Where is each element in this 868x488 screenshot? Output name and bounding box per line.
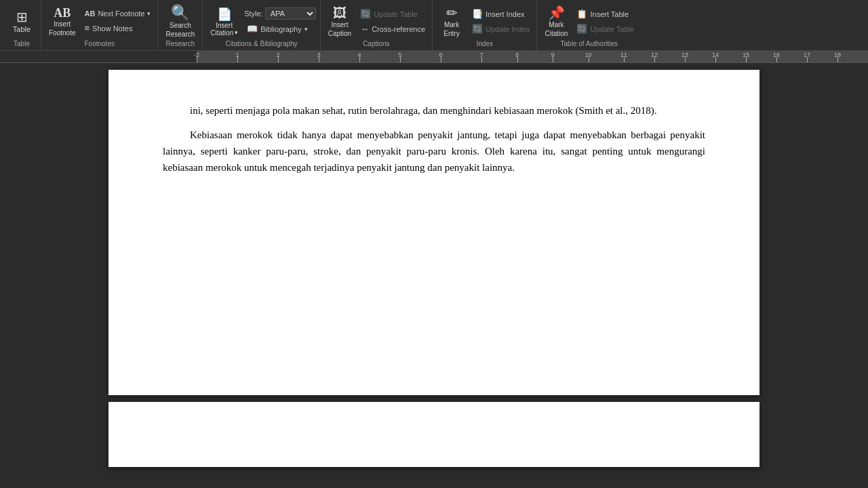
insert-citation-label2: Citation <box>210 29 233 37</box>
bibliography-icon: 📖 <box>247 24 258 34</box>
ruler-number: 18 <box>834 52 841 58</box>
ruler-number: -2 <box>194 52 199 58</box>
cross-reference-label: Cross-reference <box>372 25 425 33</box>
insert-index-button[interactable]: 📑 Insert Index <box>469 7 532 20</box>
table-button[interactable]: ⊞ Table <box>7 8 37 35</box>
ribbon-group-index: ✏ Mark Entry 📑 Insert Index 🔄 Update Ind… <box>433 0 537 50</box>
table-group-content: ⊞ Table <box>7 3 37 40</box>
mark-entry-label2: Entry <box>443 30 459 37</box>
insert-toa-icon: 📋 <box>576 9 587 19</box>
next-footnote-label: Next Footnote <box>98 9 144 18</box>
ribbon-group-citations: 📄 Insert Citation ▾ Style: APA MLA Chica… <box>203 0 320 50</box>
search-label1: Search <box>170 22 191 29</box>
update-table-figures-icon: 🔄 <box>360 9 371 19</box>
page-2 <box>108 402 760 467</box>
insert-footnote-label2: Footnote <box>49 29 75 37</box>
ruler-number: 17 <box>804 52 810 58</box>
captions-group-content: 🖼 Insert Caption 🔄 Update Table ↔ Cross-… <box>325 3 428 40</box>
cross-reference-button[interactable]: ↔ Cross-reference <box>357 22 428 35</box>
ruler-number: 8 <box>515 52 519 58</box>
page-1: ini, seperti menjaga pola makan sehat, r… <box>108 70 760 395</box>
update-index-button[interactable]: 🔄 Update Index <box>469 22 532 35</box>
index-group-label: Index <box>477 40 493 49</box>
style-label: Style: <box>244 9 263 18</box>
search-icon: 🔍 <box>171 5 189 20</box>
update-toa-button[interactable]: 🔄 Update Table <box>574 22 637 35</box>
table-label: Table <box>13 25 31 33</box>
captions-group-label: Captions <box>363 40 389 49</box>
show-notes-button[interactable]: ≡ Show Notes <box>81 22 153 35</box>
research-group-content: 🔍 Search Research <box>162 3 198 40</box>
footnotes-group-label: Footnotes <box>84 40 114 49</box>
paragraph-1: ini, seperti menjaga pola makan sehat, r… <box>163 102 705 119</box>
insert-toa-button[interactable]: 📋 Insert Table <box>574 7 637 20</box>
bibliography-button[interactable]: 📖 Bibliography ▾ <box>244 22 316 35</box>
mark-citation-icon: 📌 <box>548 6 565 20</box>
update-table-figures-label: Update Table <box>374 10 418 18</box>
document-area[interactable]: ini, seperti menjaga pola makan sehat, r… <box>0 63 868 488</box>
ribbon-group-table: ⊞ Table Table <box>3 0 41 50</box>
table-group-label: Table <box>14 40 30 49</box>
ruler-number: 11 <box>620 52 627 58</box>
insert-index-label: Insert Index <box>486 10 524 18</box>
ruler-number: 3 <box>317 52 320 58</box>
ruler-number: 15 <box>743 52 749 58</box>
insert-footnote-label: Insert <box>54 20 71 28</box>
mark-citation-label2: Citation <box>545 30 568 37</box>
insert-citation-arrow: ▾ <box>235 29 238 36</box>
update-index-label: Update Index <box>486 25 530 33</box>
footnotes-group-content: AB Insert Footnote AB Next Footnote ▾ ≡ … <box>45 3 153 40</box>
ribbon-group-toa: 📌 Mark Citation 📋 Insert Table 🔄 Update … <box>537 0 641 50</box>
bibliography-arrow: ▾ <box>304 26 308 33</box>
ribbon-group-captions: 🖼 Insert Caption 🔄 Update Table ↔ Cross-… <box>321 0 433 50</box>
index-sub: 📑 Insert Index 🔄 Update Index <box>469 7 532 35</box>
captions-sub: 🔄 Update Table ↔ Cross-reference <box>357 7 428 35</box>
ruler-number: 7 <box>479 52 483 58</box>
insert-index-icon: 📑 <box>472 9 483 19</box>
insert-caption-icon: 🖼 <box>333 6 347 20</box>
next-footnote-button[interactable]: AB Next Footnote ▾ <box>81 8 153 19</box>
ruler-number: 10 <box>585 52 591 58</box>
mark-entry-button[interactable]: ✏ Mark Entry <box>437 4 467 39</box>
next-footnote-arrow: ▾ <box>147 10 151 17</box>
ruler-left-gray <box>0 51 197 62</box>
update-toa-icon: 🔄 <box>576 24 587 34</box>
insert-citation-label-row: Citation ▾ <box>210 29 238 37</box>
ribbon: ⊞ Table Table AB Insert Footnote AB Next… <box>0 0 868 51</box>
insert-citation-button[interactable]: 📄 Insert Citation ▾ <box>207 5 241 39</box>
style-select[interactable]: APA MLA Chicago <box>265 7 316 20</box>
style-row: Style: APA MLA Chicago <box>244 7 316 20</box>
insert-footnote-button[interactable]: AB Insert Footnote <box>45 5 79 39</box>
mark-entry-icon: ✏ <box>446 6 458 20</box>
ruler-scale: -2123456789101112131415161718 <box>197 51 868 62</box>
mark-citation-button[interactable]: 📌 Mark Citation <box>541 4 571 39</box>
update-table-figures-button[interactable]: 🔄 Update Table <box>357 7 428 20</box>
insert-caption-button[interactable]: 🖼 Insert Caption <box>325 4 355 39</box>
toa-group-content: 📌 Mark Citation 📋 Insert Table 🔄 Update … <box>541 3 637 40</box>
cross-reference-icon: ↔ <box>360 24 369 34</box>
paragraph-2: Kebiasaan merokok tidak hanya dapat meny… <box>163 127 705 176</box>
ribbon-group-footnotes: AB Insert Footnote AB Next Footnote ▾ ≡ … <box>41 0 158 50</box>
index-group-content: ✏ Mark Entry 📑 Insert Index 🔄 Update Ind… <box>437 3 532 40</box>
toa-group-label: Table of Authorities <box>561 40 618 49</box>
insert-caption-label1: Insert <box>331 21 348 28</box>
mark-citation-label1: Mark <box>549 21 564 28</box>
citations-group-label: Citations & Bibliography <box>225 40 297 49</box>
ruler-number: 16 <box>773 52 780 58</box>
ruler-number: 5 <box>398 52 401 58</box>
ruler-number: 9 <box>551 52 554 58</box>
ruler-number: 6 <box>439 52 442 58</box>
ruler-number: 13 <box>682 52 688 58</box>
mark-entry-label1: Mark <box>444 21 459 28</box>
update-index-icon: 🔄 <box>472 24 483 34</box>
citations-sub: Style: APA MLA Chicago 📖 Bibliography ▾ <box>244 7 316 35</box>
ruler-number: 12 <box>651 52 658 58</box>
search-button[interactable]: 🔍 Search Research <box>162 3 198 40</box>
table-icon: ⊞ <box>16 10 28 24</box>
ruler-number: 14 <box>712 52 719 58</box>
insert-citation-icon: 📄 <box>217 7 232 22</box>
search-label2: Research <box>165 30 195 38</box>
next-footnote-icon: AB <box>84 9 95 18</box>
update-toa-label: Update Table <box>590 25 634 33</box>
insert-toa-label: Insert Table <box>590 10 629 18</box>
